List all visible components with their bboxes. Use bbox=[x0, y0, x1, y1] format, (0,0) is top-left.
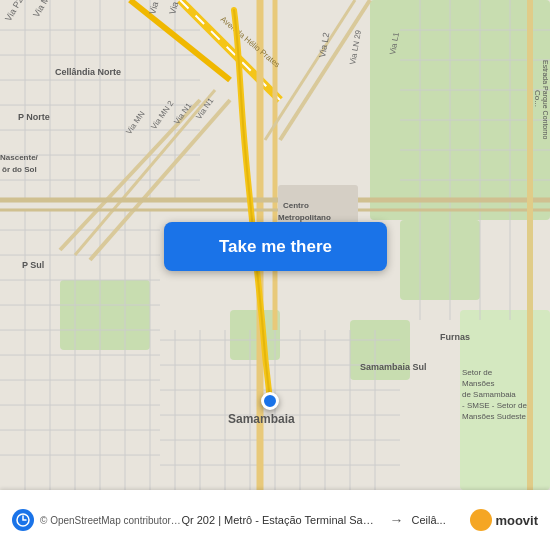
svg-text:Furnas: Furnas bbox=[440, 332, 470, 342]
moovit-brand-text: moovit bbox=[495, 513, 538, 528]
svg-text:Samambaia Sul: Samambaia Sul bbox=[360, 362, 427, 372]
osm-logo bbox=[12, 509, 34, 531]
svg-rect-6 bbox=[460, 310, 550, 490]
map-container: Via P2 Via M3 Via M2 Via M1 Avenida Héli… bbox=[0, 0, 550, 490]
svg-text:- SMSE - Setor de: - SMSE - Setor de bbox=[462, 401, 527, 410]
svg-text:Mansões: Mansões bbox=[462, 379, 494, 388]
route-to-label: Ceilâ... bbox=[411, 514, 445, 526]
svg-rect-3 bbox=[60, 280, 150, 350]
svg-text:de Samambaia: de Samambaia bbox=[462, 390, 516, 399]
map-attribution: © OpenStreetMap contributors and OpenMap… bbox=[40, 515, 181, 526]
route-arrow-icon: → bbox=[389, 512, 403, 528]
svg-text:Mansões Sudeste: Mansões Sudeste bbox=[462, 412, 527, 421]
svg-text:Estrada Parque Contorno: Estrada Parque Contorno bbox=[541, 60, 549, 139]
take-me-there-button[interactable]: Take me there bbox=[164, 222, 387, 271]
svg-text:Centro: Centro bbox=[283, 201, 309, 210]
svg-text:Co...: Co... bbox=[533, 90, 542, 107]
svg-text:Metropolitano: Metropolitano bbox=[278, 213, 331, 222]
moovit-logo: moovit bbox=[470, 509, 538, 531]
route-info: Qr 202 | Metrô - Estação Terminal Samam.… bbox=[181, 512, 464, 528]
svg-text:Cellândia Norte: Cellândia Norte bbox=[55, 67, 121, 77]
svg-text:Setor de: Setor de bbox=[462, 368, 493, 377]
svg-text:ôr do Sol: ôr do Sol bbox=[2, 165, 37, 174]
bottom-bar: © OpenStreetMap contributors and OpenMap… bbox=[0, 490, 550, 550]
svg-text:P Sul: P Sul bbox=[22, 260, 44, 270]
location-marker bbox=[261, 392, 279, 410]
svg-text:Nascente/: Nascente/ bbox=[0, 153, 39, 162]
moovit-icon bbox=[470, 509, 492, 531]
route-from-label: Qr 202 | Metrô - Estação Terminal Samam.… bbox=[181, 514, 381, 526]
svg-text:P Norte: P Norte bbox=[18, 112, 50, 122]
svg-rect-2 bbox=[400, 220, 480, 300]
